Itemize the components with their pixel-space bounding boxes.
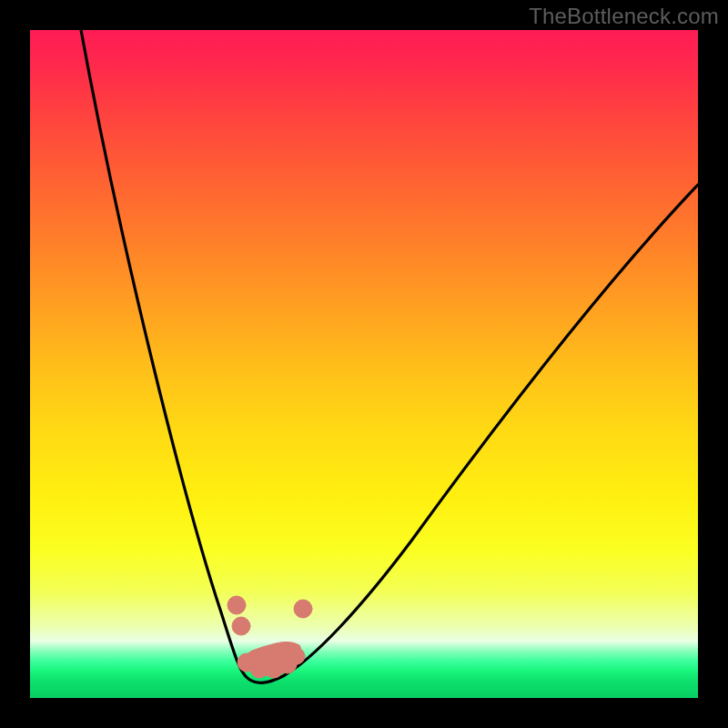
bottleneck-curve	[81, 30, 698, 682]
chart-frame: TheBottleneck.com	[0, 0, 728, 728]
svg-point-7	[294, 600, 312, 618]
svg-point-6	[288, 648, 305, 664]
plot-area	[30, 30, 698, 698]
bottleneck-curve-layer	[30, 30, 698, 698]
svg-point-0	[228, 596, 246, 614]
svg-point-1	[232, 617, 250, 635]
watermark-text: TheBottleneck.com	[529, 4, 719, 29]
